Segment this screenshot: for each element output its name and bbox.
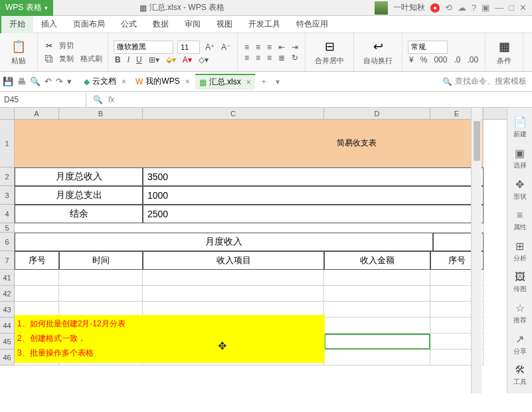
align-mid-icon[interactable]: ≡ xyxy=(254,43,262,52)
row-header[interactable]: 45 xyxy=(0,334,15,350)
close-tab-icon[interactable]: × xyxy=(185,77,190,86)
rpane-pic[interactable]: 🖼传图 xyxy=(513,271,527,294)
close-tab-icon[interactable]: × xyxy=(246,78,251,87)
cell[interactable] xyxy=(324,302,430,318)
vertical-scrollbar[interactable] xyxy=(471,108,482,393)
balance-value[interactable]: 2500 xyxy=(143,205,484,223)
cell[interactable] xyxy=(143,270,324,286)
row-header[interactable]: 3 xyxy=(0,186,15,205)
menu-data[interactable]: 数据 xyxy=(145,16,177,33)
rpane-rec[interactable]: ☆推荐 xyxy=(513,302,527,325)
rpane-new[interactable]: 📄新建 xyxy=(513,116,527,139)
wrap-button[interactable]: ↩自动换行 xyxy=(359,37,397,67)
cell[interactable] xyxy=(324,318,430,334)
indent-inc-icon[interactable]: ⇥ xyxy=(290,43,300,52)
font-select[interactable]: 微软雅黑 xyxy=(114,41,173,54)
expense-value[interactable]: 1000 xyxy=(143,186,484,205)
painter-label[interactable]: 格式刷 xyxy=(80,54,102,64)
select-all-corner[interactable] xyxy=(0,108,15,119)
cell[interactable] xyxy=(59,286,143,302)
col-item[interactable]: 收入项目 xyxy=(143,251,324,270)
col-header[interactable]: A xyxy=(15,108,59,119)
merge-button[interactable]: ⊟合并居中 xyxy=(311,37,348,67)
sheet-title[interactable]: 简易收支表 xyxy=(15,120,484,167)
col-seq[interactable]: 序号 xyxy=(15,251,59,270)
qat-preview-icon[interactable]: 🔍 xyxy=(30,76,41,86)
col-amount[interactable]: 收入金额 xyxy=(324,251,430,270)
row-header[interactable]: 41 xyxy=(0,270,15,286)
tab-mywps[interactable]: W我的WPS× xyxy=(132,74,194,90)
income-label[interactable]: 月度总收入 xyxy=(15,167,143,186)
shrink-font-icon[interactable]: A⁻ xyxy=(220,43,232,52)
sync-icon[interactable]: ⟲ xyxy=(445,3,452,13)
dec-dec-icon[interactable]: .00 xyxy=(466,55,480,64)
qat-save-icon[interactable]: 💾 xyxy=(3,76,13,86)
cond-format-button[interactable]: ▦条件 xyxy=(491,37,517,67)
app-logo[interactable]: WPS 表格▾ xyxy=(0,0,53,16)
underline-button[interactable]: U xyxy=(135,55,143,64)
avatar[interactable] xyxy=(375,1,388,15)
name-box[interactable]: D45 xyxy=(0,92,86,108)
justify-icon[interactable]: ≣ xyxy=(277,53,286,62)
cell[interactable] xyxy=(59,270,143,286)
scrollbar-thumb[interactable] xyxy=(474,121,480,161)
currency-icon[interactable]: ¥ xyxy=(408,55,415,64)
border-button[interactable]: ⊞▾ xyxy=(147,55,161,64)
row-header[interactable]: 44 xyxy=(0,318,15,334)
cell[interactable] xyxy=(15,270,59,286)
row-header[interactable]: 43 xyxy=(0,302,15,318)
cell[interactable] xyxy=(324,350,430,365)
row-header[interactable]: 2 xyxy=(0,167,15,186)
menu-special[interactable]: 特色应用 xyxy=(288,16,336,33)
maximize-icon[interactable]: □ xyxy=(509,3,514,13)
col-header[interactable]: C xyxy=(143,108,324,119)
qat-redo-icon[interactable]: ↷ xyxy=(56,76,63,86)
help-icon[interactable]: ? xyxy=(472,3,476,13)
cut-icon[interactable]: ✂ xyxy=(43,40,55,52)
close-tab-icon[interactable]: × xyxy=(122,77,126,86)
command-search[interactable]: 🔍查找命令、搜索模板 xyxy=(442,76,532,87)
paste-button[interactable]: 📋 粘贴 xyxy=(5,37,32,67)
tab-cloud[interactable]: ◆云文档× xyxy=(80,74,130,90)
selected-cell[interactable] xyxy=(324,334,430,350)
percent-icon[interactable]: % xyxy=(419,55,429,64)
align-top-icon[interactable]: ≡ xyxy=(243,43,250,52)
menu-insert[interactable]: 插入 xyxy=(33,16,65,33)
cell[interactable] xyxy=(324,286,430,302)
col-time[interactable]: 时间 xyxy=(59,251,143,270)
italic-button[interactable]: I xyxy=(126,55,131,64)
expense-label[interactable]: 月度总支出 xyxy=(15,186,143,205)
notification-badge[interactable]: ● xyxy=(430,3,440,13)
copy-icon[interactable]: ⿻ xyxy=(43,53,55,65)
rpane-analyze[interactable]: ⊞分析 xyxy=(513,240,527,263)
tab-file[interactable]: ▦汇总.xlsx× xyxy=(195,74,255,90)
rpane-tools[interactable]: 🛠工具 xyxy=(513,364,527,387)
grow-font-icon[interactable]: A⁺ xyxy=(204,43,216,52)
orientation-icon[interactable]: ↻ xyxy=(290,53,300,62)
row-header[interactable]: 5 xyxy=(0,223,15,233)
minimize-icon[interactable]: — xyxy=(495,3,503,13)
income-value[interactable]: 3500 xyxy=(143,167,484,186)
formula-bar[interactable] xyxy=(121,92,532,107)
col-header[interactable]: B xyxy=(59,108,143,119)
size-select[interactable]: 11 xyxy=(177,41,200,54)
align-center-icon[interactable]: ≡ xyxy=(254,53,262,62)
row-header[interactable]: 7 xyxy=(0,251,15,270)
row-header[interactable]: 42 xyxy=(0,286,15,302)
align-right-icon[interactable]: ≡ xyxy=(266,53,273,62)
row-header[interactable]: 1 xyxy=(0,120,15,167)
row-header[interactable]: 6 xyxy=(0,233,15,251)
rpane-prop[interactable]: ≡属性 xyxy=(513,209,527,232)
inc-dec-icon[interactable]: .0 xyxy=(452,55,462,64)
row-header[interactable]: 4 xyxy=(0,205,15,223)
close-icon[interactable]: ✕ xyxy=(519,3,527,13)
section-header[interactable]: 月度收入 xyxy=(15,233,433,251)
clear-format-button[interactable]: ◇▾ xyxy=(197,55,210,64)
rpane-shape[interactable]: ✥形状 xyxy=(513,178,527,201)
new-tab-icon[interactable]: + xyxy=(256,77,272,86)
col-header[interactable]: D xyxy=(324,108,430,119)
cell[interactable] xyxy=(15,286,59,302)
row-header[interactable]: 46 xyxy=(0,350,15,365)
menu-layout[interactable]: 页面布局 xyxy=(65,16,113,33)
align-bot-icon[interactable]: ≡ xyxy=(266,43,273,52)
